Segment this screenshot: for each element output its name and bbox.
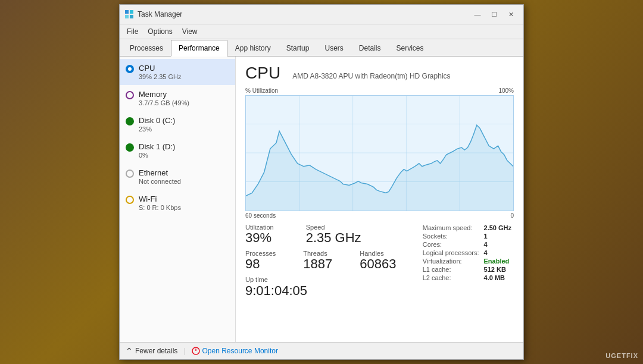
bottom-stats-row: Processes 98 Threads 1887 Handles 60863 — [245, 250, 420, 271]
cpu-indicator — [126, 65, 134, 73]
time-left: 60 seconds — [245, 212, 276, 219]
cpu-name: CPU — [139, 64, 228, 73]
sidebar-item-memory[interactable]: Memory 3.7/7.5 GB (49%) — [120, 85, 235, 111]
chart-time-labels: 60 seconds 0 — [245, 212, 514, 219]
stat-row-l2: L2 cache: 4.0 MB — [420, 274, 514, 282]
utilization-stat: Utilization 39% — [245, 224, 274, 245]
main-content: CPU 39% 2.35 GHz Memory 3.7/7.5 GB (49%)… — [120, 57, 523, 342]
task-manager-window: Task Manager — ☐ ✕ File Options View Pro… — [119, 4, 524, 360]
threads-value: 1887 — [303, 257, 332, 271]
utilization-value: 39% — [245, 231, 274, 245]
app-icon — [124, 10, 134, 19]
sidebar-item-wifi[interactable]: Wi-Fi S: 0 R: 0 Kbps — [120, 190, 235, 216]
menu-file[interactable]: File — [122, 26, 143, 37]
fewer-details-label: Fewer details — [135, 347, 177, 355]
memory-name: Memory — [139, 90, 228, 99]
menu-options[interactable]: Options — [143, 26, 177, 37]
cpu-model: AMD A8-3820 APU with Radeon(tm) HD Graph… — [292, 72, 450, 80]
stat-row-logical: Logical processors: 4 — [420, 249, 514, 257]
disk0-detail: 23% — [139, 125, 228, 133]
tab-details[interactable]: Details — [351, 40, 389, 57]
sockets-value: 1 — [482, 232, 514, 240]
window-controls: — ☐ ✕ — [470, 8, 519, 20]
processes-value: 98 — [245, 257, 276, 271]
right-stats: Maximum speed: 2.50 GHz Sockets: 1 Cores… — [420, 224, 514, 299]
uptime-value: 9:01:04:05 — [245, 283, 420, 299]
svg-rect-2 — [125, 15, 129, 18]
speed-value: 2.35 GHz — [306, 231, 361, 245]
disk1-name: Disk 1 (D:) — [139, 142, 228, 151]
title-bar-left: Task Manager — [124, 10, 182, 19]
ethernet-detail: Not connected — [139, 178, 228, 185]
memory-detail: 3.7/7.5 GB (49%) — [139, 99, 228, 106]
virtualization-value: Enabled — [482, 257, 514, 265]
speed-stat: Speed 2.35 GHz — [306, 224, 361, 245]
handles-stat: Handles 60863 — [360, 250, 396, 271]
handles-value: 60863 — [360, 257, 396, 271]
stats-container: Utilization 39% Speed 2.35 GHz Processes… — [245, 224, 514, 299]
l2-label: L2 cache: — [420, 274, 482, 282]
tab-services[interactable]: Services — [389, 40, 432, 57]
max-speed-label: Maximum speed: — [420, 224, 482, 232]
uptime-section: Up time 9:01:04:05 — [245, 276, 420, 299]
menu-view[interactable]: View — [177, 26, 202, 37]
sidebar-item-disk0[interactable]: Disk 0 (C:) 23% — [120, 111, 235, 137]
resource-monitor-label: Open Resource Monitor — [202, 347, 278, 355]
stat-row-cores: Cores: 4 — [420, 240, 514, 249]
resource-monitor-button[interactable]: Open Resource Monitor — [192, 347, 278, 355]
uptime-label: Up time — [245, 276, 420, 283]
memory-indicator — [126, 91, 134, 99]
logical-value: 4 — [482, 249, 514, 257]
wifi-indicator — [126, 196, 134, 204]
l1-value: 512 KB — [482, 265, 514, 274]
y-label: % Utilization — [245, 87, 278, 94]
disk0-indicator — [126, 117, 134, 125]
sidebar-item-disk1[interactable]: Disk 1 (D:) 0% — [120, 137, 235, 164]
tab-app-history[interactable]: App history — [227, 40, 279, 57]
cpu-title: CPU — [245, 64, 280, 83]
svg-rect-1 — [130, 10, 133, 14]
tab-startup[interactable]: Startup — [279, 40, 317, 57]
stat-row-max-speed: Maximum speed: 2.50 GHz — [420, 224, 514, 232]
right-stats-table: Maximum speed: 2.50 GHz Sockets: 1 Cores… — [420, 224, 514, 282]
sidebar-item-ethernet[interactable]: Ethernet Not connected — [120, 164, 235, 190]
minimize-button[interactable]: — — [470, 8, 485, 20]
threads-stat: Threads 1887 — [303, 250, 332, 271]
window-title: Task Manager — [138, 10, 182, 18]
fewer-details-button[interactable]: ⌃ Fewer details — [126, 346, 177, 356]
sidebar-item-cpu[interactable]: CPU 39% 2.35 GHz — [120, 59, 235, 85]
time-right: 0 — [510, 212, 514, 219]
svg-rect-3 — [130, 15, 133, 18]
left-stats: Utilization 39% Speed 2.35 GHz Processes… — [245, 224, 420, 299]
resource-monitor-icon — [192, 347, 200, 355]
max-speed-value: 2.50 GHz — [482, 224, 514, 232]
tab-processes[interactable]: Processes — [122, 40, 171, 57]
svg-rect-0 — [125, 10, 129, 14]
cpu-detail: 39% 2.35 GHz — [139, 73, 228, 80]
disk1-detail: 0% — [139, 152, 228, 159]
stat-row-virtualization: Virtualization: Enabled — [420, 257, 514, 265]
bottom-bar: ⌃ Fewer details | Open Resource Monitor — [120, 342, 523, 359]
tab-performance[interactable]: Performance — [171, 40, 227, 57]
stat-row-sockets: Sockets: 1 — [420, 232, 514, 240]
cores-value: 4 — [482, 240, 514, 249]
ethernet-name: Ethernet — [139, 168, 228, 177]
tab-users[interactable]: Users — [317, 40, 351, 57]
chart-y-labels: % Utilization 100% — [245, 87, 514, 94]
separator: | — [183, 347, 185, 355]
watermark: UGETFIX — [605, 352, 638, 359]
cpu-header: CPU AMD A8-3820 APU with Radeon(tm) HD G… — [245, 64, 514, 83]
wifi-detail: S: 0 R: 0 Kbps — [139, 204, 228, 211]
cores-label: Cores: — [420, 240, 482, 249]
wifi-name: Wi-Fi — [139, 194, 228, 203]
logical-label: Logical processors: — [420, 249, 482, 257]
chart-area: % Utilization 100% — [245, 87, 514, 219]
processes-stat: Processes 98 — [245, 250, 276, 271]
maximize-button[interactable]: ☐ — [486, 8, 502, 20]
chart-svg — [246, 96, 513, 211]
main-panel: CPU AMD A8-3820 APU with Radeon(tm) HD G… — [236, 57, 523, 342]
l1-label: L1 cache: — [420, 265, 482, 274]
cpu-chart — [245, 95, 514, 211]
virtualization-label: Virtualization: — [420, 257, 482, 265]
close-button[interactable]: ✕ — [503, 8, 519, 20]
